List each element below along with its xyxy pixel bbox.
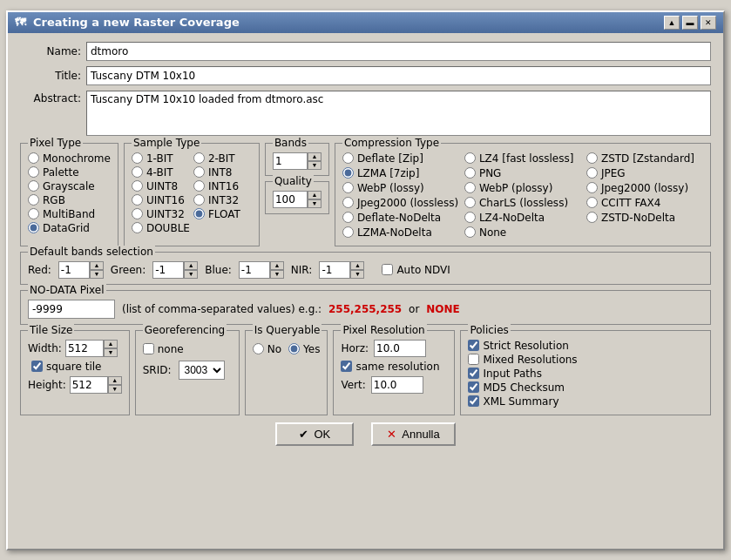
pixel-palette[interactable]: Palette — [28, 166, 111, 179]
green-input[interactable] — [152, 261, 184, 279]
sample-uint8[interactable]: UINT8 — [132, 180, 190, 192]
sample-int8-radio[interactable] — [193, 166, 205, 178]
name-input[interactable] — [86, 42, 711, 61]
nir-down[interactable]: ▼ — [350, 270, 364, 279]
comp-lz4-radio[interactable] — [464, 152, 476, 164]
sample-uint16-radio[interactable] — [132, 194, 143, 206]
comp-lz4[interactable]: LZ4 [fast lossless] — [464, 152, 581, 165]
comp-zstd-nd-radio[interactable] — [586, 212, 598, 223]
policy-strict-res[interactable]: Strict Resolution — [468, 340, 703, 352]
minimize-button[interactable]: ▲ — [664, 16, 680, 30]
pixel-grayscale-radio[interactable] — [28, 180, 39, 192]
same-res-row[interactable]: same resolution — [341, 361, 447, 373]
abstract-input[interactable]: Tuscany DTM 10x10 loaded from dtmoro.asc — [86, 91, 711, 136]
comp-lz4-nd-radio[interactable] — [464, 212, 476, 223]
red-input[interactable] — [58, 261, 90, 279]
comp-j2k-lossy[interactable]: Jpeg2000 (lossy) — [586, 182, 703, 194]
sample-uint8-radio[interactable] — [132, 180, 143, 192]
comp-lzma-radio[interactable] — [342, 167, 354, 179]
green-down[interactable]: ▼ — [184, 270, 198, 279]
bands-input[interactable] — [273, 152, 308, 170]
sample-int16-radio[interactable] — [193, 180, 205, 192]
blue-down[interactable]: ▼ — [270, 270, 284, 279]
height-up[interactable]: ▲ — [108, 376, 122, 385]
comp-ccitt[interactable]: CCITT FAX4 — [586, 197, 703, 209]
sample-uint32-radio[interactable] — [132, 208, 143, 219]
auto-ndvi-item[interactable]: Auto NDVI — [382, 264, 450, 276]
sample-uint16[interactable]: UINT16 — [132, 194, 190, 206]
comp-j2k-lossless-radio[interactable] — [342, 197, 354, 208]
comp-j2k-lossy-radio[interactable] — [586, 182, 598, 193]
blue-input[interactable] — [239, 261, 270, 279]
auto-ndvi-checkbox[interactable] — [382, 264, 393, 275]
square-tile-row[interactable]: square tile — [31, 361, 122, 373]
pixel-datagrid-radio[interactable] — [28, 222, 39, 233]
maximize-button[interactable]: ▬ — [682, 16, 698, 30]
comp-none[interactable]: None — [464, 226, 581, 239]
policy-input-paths-checkbox[interactable] — [468, 368, 479, 379]
pixel-grayscale[interactable]: Grayscale — [28, 180, 111, 192]
comp-none-radio[interactable] — [464, 226, 476, 238]
pixel-monochrome-radio[interactable] — [28, 152, 39, 164]
pixel-rgb[interactable]: RGB — [28, 194, 111, 206]
comp-lz4-nd[interactable]: LZ4-NoDelta — [464, 212, 581, 224]
sample-int16[interactable]: INT16 — [193, 180, 252, 192]
sample-4bit[interactable]: 4-BIT — [132, 166, 190, 179]
sample-1bit[interactable]: 1-BIT — [132, 152, 190, 165]
bands-down-btn[interactable]: ▼ — [308, 161, 322, 170]
policy-mixed-res-checkbox[interactable] — [468, 354, 479, 365]
comp-zstd-radio[interactable] — [586, 152, 598, 164]
comp-webp-plossy-radio[interactable] — [464, 182, 476, 193]
sample-float[interactable]: FLOAT — [193, 208, 252, 220]
comp-jpeg-radio[interactable] — [586, 167, 598, 179]
sample-double-radio[interactable] — [132, 222, 143, 233]
queryable-no[interactable]: No — [253, 343, 281, 355]
comp-charls-radio[interactable] — [464, 197, 476, 208]
comp-zstd[interactable]: ZSTD [Zstandard] — [586, 152, 703, 165]
sample-2bit[interactable]: 2-BIT — [193, 152, 252, 165]
comp-charls[interactable]: CharLS (lossless) — [464, 197, 581, 209]
queryable-no-radio[interactable] — [253, 343, 264, 354]
bands-up-btn[interactable]: ▲ — [308, 152, 322, 161]
square-tile-checkbox[interactable] — [31, 361, 43, 372]
sample-uint32[interactable]: UINT32 — [132, 208, 190, 220]
sample-int32-radio[interactable] — [193, 194, 205, 206]
same-res-checkbox[interactable] — [341, 361, 352, 372]
comp-deflate-nd[interactable]: Deflate-NoDelta — [342, 212, 459, 224]
height-down[interactable]: ▼ — [108, 385, 122, 394]
close-button[interactable]: ✕ — [701, 16, 716, 30]
title-input[interactable] — [86, 66, 711, 85]
comp-webp-plossy[interactable]: WebP (plossy) — [464, 182, 581, 194]
horz-input[interactable] — [374, 340, 426, 357]
width-up[interactable]: ▲ — [104, 340, 118, 348]
pixel-multiband[interactable]: MultiBand — [28, 208, 111, 220]
nir-input[interactable] — [319, 261, 350, 279]
pixel-monochrome[interactable]: Monochrome — [28, 152, 111, 165]
policy-input-paths[interactable]: Input Paths — [468, 368, 703, 380]
nir-up[interactable]: ▲ — [350, 261, 364, 270]
policy-strict-res-checkbox[interactable] — [468, 340, 479, 351]
sample-double[interactable]: DOUBLE — [132, 222, 190, 234]
width-input[interactable] — [65, 340, 104, 357]
red-down[interactable]: ▼ — [90, 270, 104, 279]
ok-button[interactable]: ✔ OK — [275, 422, 354, 446]
comp-lzma-nd-radio[interactable] — [342, 226, 354, 238]
nodata-input[interactable] — [28, 300, 115, 319]
comp-deflate-nd-radio[interactable] — [342, 212, 354, 223]
sample-1bit-radio[interactable] — [132, 152, 143, 164]
comp-jpeg[interactable]: JPEG — [586, 167, 703, 179]
georef-none-row[interactable]: none — [143, 343, 232, 355]
width-down[interactable]: ▼ — [104, 348, 118, 357]
policy-xml-checkbox[interactable] — [468, 395, 479, 407]
green-up[interactable]: ▲ — [184, 261, 198, 270]
comp-zstd-nd[interactable]: ZSTD-NoDelta — [586, 212, 703, 224]
blue-up[interactable]: ▲ — [270, 261, 284, 270]
comp-png-radio[interactable] — [464, 167, 476, 179]
pixel-palette-radio[interactable] — [28, 166, 39, 178]
comp-j2k-lossless[interactable]: Jpeg2000 (lossless) — [342, 197, 459, 209]
quality-input[interactable] — [273, 191, 308, 208]
sample-int32[interactable]: INT32 — [193, 194, 252, 206]
policy-mixed-res[interactable]: Mixed Resolutions — [468, 354, 703, 366]
georef-none-checkbox[interactable] — [143, 343, 154, 354]
comp-webp-lossy[interactable]: WebP (lossy) — [342, 182, 459, 194]
